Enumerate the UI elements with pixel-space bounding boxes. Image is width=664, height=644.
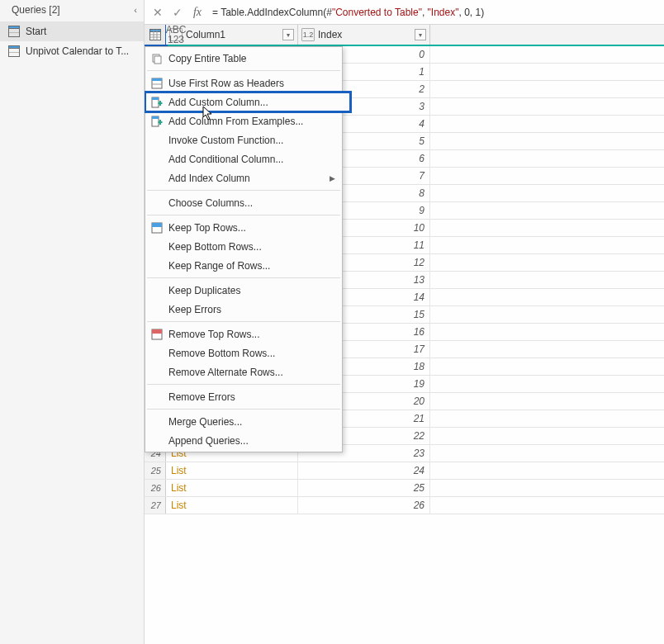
menu-item-label: Use First Row as Headers bbox=[168, 78, 284, 89]
menu-item-remove-bottom[interactable]: Remove Bottom Rows... bbox=[145, 343, 342, 362]
formula-input[interactable]: = Table.AddIndexColumn(#"Converted to Ta… bbox=[207, 4, 661, 21]
menu-item-label: Copy Entire Table bbox=[168, 53, 247, 64]
query-item-label: Unpivot Calendar to T... bbox=[26, 45, 129, 57]
menu-item-remove-top[interactable]: Remove Top Rows... bbox=[145, 324, 342, 343]
table-row[interactable]: 27List26 bbox=[145, 497, 664, 514]
menu-item-label: Remove Top Rows... bbox=[168, 329, 260, 340]
table-corner-button[interactable] bbox=[145, 25, 166, 45]
menu-item-add-conditional[interactable]: Add Conditional Column... bbox=[145, 149, 342, 168]
menu-item-keep-top[interactable]: Keep Top Rows... bbox=[145, 218, 342, 237]
svg-rect-7 bbox=[154, 56, 161, 64]
blank-icon bbox=[149, 240, 165, 253]
row-number: 25 bbox=[145, 462, 166, 479]
decimal-type-icon: 1.2 bbox=[301, 28, 315, 41]
cell-column1[interactable]: List bbox=[166, 480, 298, 496]
copy-icon bbox=[149, 52, 165, 65]
add-col-icon bbox=[149, 96, 165, 109]
table-row[interactable]: 25List24 bbox=[145, 462, 664, 480]
menu-item-label: Remove Errors bbox=[168, 391, 235, 403]
table-icon bbox=[8, 26, 20, 37]
svg-rect-16 bbox=[152, 116, 159, 119]
table-context-menu: Copy Entire TableUse First Row as Header… bbox=[145, 46, 343, 452]
blank-icon bbox=[149, 172, 165, 185]
blank-icon bbox=[149, 366, 165, 379]
queries-pane-title: Queries [2] bbox=[12, 4, 60, 16]
svg-rect-9 bbox=[152, 78, 162, 81]
menu-item-keep-bottom[interactable]: Keep Bottom Rows... bbox=[145, 237, 342, 256]
column-header-column1[interactable]: ABC123 Column1 ▾ bbox=[166, 25, 298, 45]
formula-bar: ✕ ✓ fx = Table.AddIndexColumn(#"Converte… bbox=[145, 0, 664, 25]
menu-separator bbox=[147, 277, 340, 278]
svg-rect-1 bbox=[149, 30, 160, 32]
query-item-label: Start bbox=[26, 26, 46, 37]
blank-icon bbox=[149, 284, 165, 297]
menu-item-merge-q[interactable]: Merge Queries... bbox=[145, 412, 342, 431]
table-icon bbox=[8, 45, 20, 57]
menu-item-add-index[interactable]: Add Index Column▶ bbox=[145, 168, 342, 187]
queries-pane-header: Queries [2] ‹ bbox=[0, 0, 144, 20]
menu-item-remove-alt[interactable]: Remove Alternate Rows... bbox=[145, 362, 342, 381]
column-filter-dropdown[interactable]: ▾ bbox=[282, 29, 294, 40]
blank-icon bbox=[149, 415, 165, 429]
menu-item-keep-range[interactable]: Keep Range of Rows... bbox=[145, 256, 342, 275]
column-header-index[interactable]: 1.2 Index ▾ bbox=[298, 25, 430, 45]
cell-index[interactable]: 26 bbox=[298, 497, 430, 514]
menu-item-label: Keep Duplicates bbox=[168, 285, 240, 296]
blank-icon bbox=[149, 303, 165, 316]
svg-rect-12 bbox=[152, 97, 159, 100]
menu-item-add-custom-column[interactable]: Add Custom Column... bbox=[145, 92, 350, 111]
menu-item-label: Remove Bottom Rows... bbox=[168, 348, 275, 359]
menu-separator bbox=[147, 384, 340, 385]
grid-header: ABC123 Column1 ▾ 1.2 Index ▾ bbox=[145, 25, 664, 46]
menu-item-keep-dup[interactable]: Keep Duplicates bbox=[145, 281, 342, 300]
menu-item-label: Keep Bottom Rows... bbox=[168, 241, 262, 253]
menu-item-choose-columns[interactable]: Choose Columns... bbox=[145, 193, 342, 212]
cell-index[interactable]: 25 bbox=[298, 480, 430, 496]
blank-icon bbox=[149, 134, 165, 147]
menu-item-invoke-custom-fn[interactable]: Invoke Custom Function... bbox=[145, 130, 342, 149]
menu-item-copy-entire-table[interactable]: Copy Entire Table bbox=[145, 49, 342, 68]
menu-item-label: Merge Queries... bbox=[168, 416, 242, 428]
menu-item-label: Remove Alternate Rows... bbox=[168, 367, 283, 378]
menu-separator bbox=[147, 190, 340, 191]
menu-item-label: Add Conditional Column... bbox=[168, 154, 283, 165]
any-type-icon: ABC123 bbox=[169, 28, 183, 41]
row-number: 26 bbox=[145, 480, 166, 496]
menu-item-remove-err[interactable]: Remove Errors bbox=[145, 387, 342, 406]
menu-item-use-first-row-headers[interactable]: Use First Row as Headers bbox=[145, 73, 342, 92]
query-item[interactable]: Unpivot Calendar to T... bbox=[0, 41, 144, 61]
menu-separator bbox=[147, 409, 340, 410]
cell-column1[interactable]: List bbox=[166, 462, 298, 479]
keep-icon bbox=[149, 221, 165, 234]
svg-rect-22 bbox=[152, 329, 162, 334]
blank-icon bbox=[149, 259, 165, 272]
collapse-icon[interactable]: ‹ bbox=[134, 5, 137, 15]
row-number: 27 bbox=[145, 497, 166, 514]
cell-column1[interactable]: List bbox=[166, 497, 298, 514]
menu-item-label: Keep Errors bbox=[168, 304, 221, 315]
column-filter-dropdown[interactable]: ▾ bbox=[415, 29, 426, 40]
add-col-icon bbox=[149, 115, 165, 128]
blank-icon bbox=[149, 434, 165, 447]
menu-item-label: Add Column From Examples... bbox=[168, 116, 303, 127]
table-row[interactable]: 26List25 bbox=[145, 480, 664, 497]
menu-item-label: Keep Range of Rows... bbox=[168, 260, 270, 272]
table-icon bbox=[149, 29, 161, 40]
menu-item-label: Add Index Column bbox=[168, 173, 250, 184]
menu-item-add-column-examples[interactable]: Add Column From Examples... bbox=[145, 111, 342, 130]
blank-icon bbox=[149, 197, 165, 210]
fx-icon[interactable]: fx bbox=[187, 2, 207, 22]
blank-icon bbox=[149, 391, 165, 404]
menu-item-keep-err[interactable]: Keep Errors bbox=[145, 300, 342, 319]
cancel-formula-button[interactable]: ✕ bbox=[148, 2, 168, 22]
cell-index[interactable]: 24 bbox=[298, 462, 430, 479]
commit-formula-button[interactable]: ✓ bbox=[168, 2, 187, 22]
menu-item-append-q[interactable]: Append Queries... bbox=[145, 431, 342, 450]
query-item[interactable]: Start bbox=[0, 21, 144, 41]
menu-item-label: Add Custom Column... bbox=[168, 97, 268, 108]
menu-item-label: Append Queries... bbox=[168, 435, 249, 447]
menu-separator bbox=[147, 215, 340, 215]
menu-item-label: Invoke Custom Function... bbox=[168, 135, 283, 146]
column-header-label: Index bbox=[318, 29, 342, 40]
menu-item-label: Choose Columns... bbox=[168, 197, 253, 209]
